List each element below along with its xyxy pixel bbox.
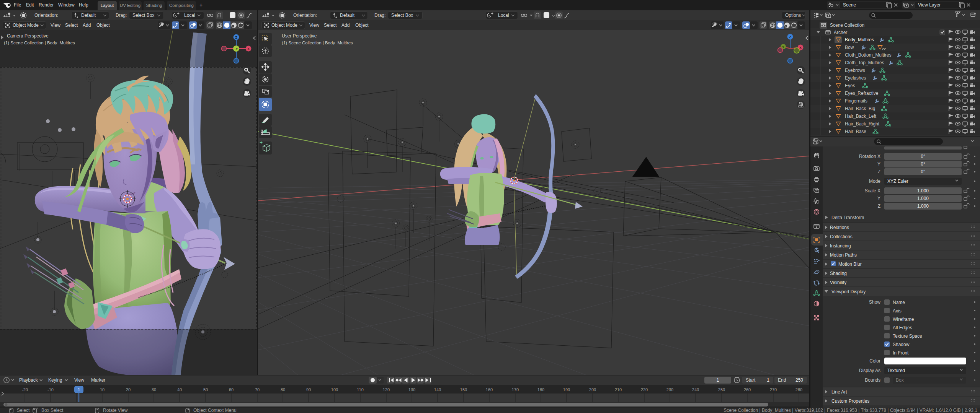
svg-text:User Perspective: User Perspective (282, 33, 317, 39)
svg-text:Eyebrows: Eyebrows (845, 68, 865, 73)
svg-text:1.000: 1.000 (917, 196, 929, 201)
svg-text:220: 220 (641, 387, 648, 392)
svg-text:0°: 0° (921, 154, 925, 159)
svg-text:Keying: Keying (48, 377, 62, 383)
svg-text:140: 140 (434, 387, 441, 392)
svg-text:Hair_Base: Hair_Base (845, 129, 866, 134)
svg-text:Rotation X: Rotation X (859, 154, 880, 159)
svg-text:Relations: Relations (830, 225, 849, 230)
svg-text:Texture Space: Texture Space (893, 333, 922, 339)
svg-text:200: 200 (589, 387, 596, 392)
svg-text:240: 240 (692, 387, 699, 392)
svg-text:1.000: 1.000 (917, 203, 929, 209)
svg-text:Z: Z (789, 35, 791, 39)
svg-text:Scene: Scene (843, 2, 856, 8)
svg-text:Marker: Marker (91, 377, 105, 383)
svg-text:230: 230 (666, 387, 673, 392)
svg-text:Eyelashes: Eyelashes (845, 75, 866, 81)
svg-text:1: 1 (717, 377, 719, 383)
svg-text:170: 170 (512, 387, 519, 392)
svg-text:1.000: 1.000 (917, 188, 929, 193)
svg-text:Line Art: Line Art (831, 389, 847, 395)
svg-text:Color: Color (869, 358, 880, 364)
svg-text:1: 1 (767, 377, 769, 383)
svg-text:Hair_Back_Left: Hair_Back_Left (845, 114, 877, 119)
svg-text:80: 80 (281, 387, 285, 392)
svg-text:Viewport Display: Viewport Display (831, 289, 866, 294)
svg-text:50: 50 (203, 387, 208, 392)
svg-text:Axis: Axis (893, 308, 902, 314)
svg-text:280: 280 (795, 387, 802, 392)
svg-text:120: 120 (383, 387, 390, 392)
svg-text:Shadow: Shadow (893, 342, 910, 347)
svg-text:260: 260 (744, 387, 751, 392)
svg-text:In Front: In Front (893, 350, 909, 356)
svg-text:Mode: Mode (869, 179, 880, 184)
svg-text:10: 10 (100, 387, 105, 392)
svg-text:Custom Properties: Custom Properties (831, 398, 869, 404)
svg-text:Show: Show (869, 299, 880, 305)
svg-text:Shading: Shading (830, 271, 847, 276)
svg-text:-20: -20 (22, 387, 28, 392)
svg-text:110: 110 (357, 387, 364, 392)
svg-text:Scene Collection | Body_Multir: Scene Collection | Body_Multires | Verts… (724, 408, 977, 413)
svg-text:Z: Z (235, 36, 237, 39)
svg-text:0°: 0° (921, 169, 925, 174)
svg-text:XYZ Euler: XYZ Euler (887, 179, 908, 184)
svg-text:Box Select: Box Select (41, 408, 64, 413)
svg-text:Motion Blur: Motion Blur (838, 262, 862, 267)
svg-text:Bounds: Bounds (865, 377, 880, 383)
svg-text:22: 22 (882, 47, 886, 51)
svg-text:Select: Select (17, 408, 30, 413)
svg-text:(1) Scene Collection | Body_Mu: (1) Scene Collection | Body_Multires (4, 41, 75, 45)
svg-text:Scene Collection: Scene Collection (830, 23, 864, 28)
svg-text:Motion Paths: Motion Paths (830, 252, 857, 258)
svg-text:130: 130 (408, 387, 415, 392)
svg-text:Cloth_Top_Multires: Cloth_Top_Multires (845, 60, 884, 65)
svg-text:0°: 0° (921, 161, 925, 167)
svg-text:-Y: -Y (235, 47, 238, 51)
svg-text:Bow: Bow (845, 45, 854, 50)
svg-text:Scale X: Scale X (865, 188, 880, 193)
svg-text:Camera Perspective: Camera Perspective (7, 33, 49, 39)
svg-text:Cloth_Bottom_Multires: Cloth_Bottom_Multires (845, 52, 891, 58)
svg-text:60: 60 (229, 387, 234, 392)
svg-text:1: 1 (78, 387, 80, 392)
svg-text:250: 250 (795, 377, 803, 383)
svg-text:Fingernails: Fingernails (845, 98, 867, 104)
svg-text:210: 210 (615, 387, 622, 392)
svg-text:Z: Z (878, 203, 880, 209)
svg-text:Delta Transform: Delta Transform (831, 215, 864, 220)
svg-text:30: 30 (152, 387, 156, 392)
svg-text:Textured: Textured (887, 368, 905, 373)
svg-text:Visibility: Visibility (830, 280, 846, 285)
svg-text:Start: Start (746, 377, 756, 383)
svg-text:X: X (247, 47, 250, 51)
svg-text:X: X (799, 46, 802, 50)
svg-text:250: 250 (718, 387, 725, 392)
svg-text:Eyes_Refractive: Eyes_Refractive (845, 91, 879, 96)
svg-text:Archer: Archer (834, 30, 847, 35)
svg-text:160: 160 (486, 387, 493, 392)
svg-text:150: 150 (460, 387, 467, 392)
svg-text:(1) Scene Collection | Body_Mu: (1) Scene Collection | Body_Multires (282, 41, 353, 45)
svg-text:Wireframe: Wireframe (893, 317, 914, 322)
svg-text:View Layer: View Layer (918, 2, 941, 8)
svg-text:Y: Y (782, 45, 784, 49)
svg-text:Collections: Collections (830, 234, 853, 239)
svg-text:270: 270 (770, 387, 777, 392)
svg-text:Object Context Menu: Object Context Menu (193, 408, 237, 413)
svg-text:Eyes: Eyes (845, 83, 855, 88)
svg-text:40: 40 (177, 387, 182, 392)
svg-text:End: End (778, 377, 786, 383)
svg-text:70: 70 (255, 387, 260, 392)
svg-text:100: 100 (331, 387, 338, 392)
svg-text:Playback: Playback (19, 377, 38, 383)
svg-text:190: 190 (563, 387, 570, 392)
svg-text:Y: Y (877, 196, 880, 201)
svg-text:Hair_Back_Right: Hair_Back_Right (845, 121, 880, 127)
svg-text:90: 90 (306, 387, 311, 392)
svg-text:Body_Multires: Body_Multires (845, 37, 874, 42)
svg-text:View: View (74, 377, 84, 383)
svg-text:All Edges: All Edges (893, 325, 912, 330)
